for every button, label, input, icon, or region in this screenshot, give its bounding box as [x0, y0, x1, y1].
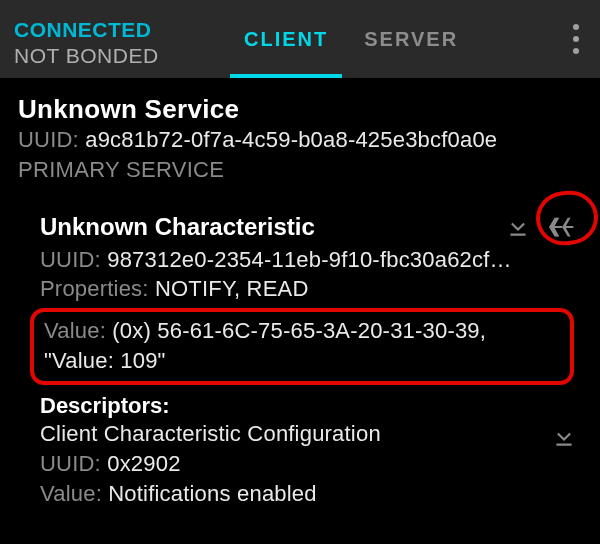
overflow-menu-button[interactable] — [552, 0, 600, 78]
tab-bar: CLIENT SERVER — [226, 0, 476, 78]
characteristic-props-value: NOTIFY, READ — [155, 276, 309, 301]
tab-client[interactable]: CLIENT — [226, 0, 346, 78]
app-bar: CONNECTED NOT BONDED CLIENT SERVER — [0, 0, 600, 78]
descriptor-row: Client Characteristic Configuration UUID… — [40, 419, 582, 508]
descriptor-value-line: Value: Notifications enabled — [40, 479, 540, 509]
characteristic-uuid-label: UUID: — [40, 247, 107, 272]
subscribe-notify-button[interactable] — [546, 209, 582, 245]
download-icon — [505, 214, 531, 240]
characteristic-uuid-value: 987312e0-2354-11eb-9f10-fbc30a62cf… — [107, 245, 512, 275]
characteristic-value-line1: Value: (0x) 56-61-6C-75-65-3A-20-31-30-3… — [44, 316, 560, 346]
service-type-label: PRIMARY SERVICE — [18, 157, 582, 183]
status-bond-label: NOT BONDED — [14, 44, 186, 68]
notify-multi-arrow-icon — [549, 213, 579, 241]
service-heading: Unknown Service — [18, 94, 582, 125]
descriptor-name: Client Characteristic Configuration — [40, 419, 540, 449]
descriptor-value-label: Value: — [40, 481, 108, 506]
characteristic-props-label: Properties: — [40, 276, 155, 301]
descriptor-uuid-line: UUID: 0x2902 — [40, 449, 540, 479]
content-area: Unknown Service UUID: a9c81b72-0f7a-4c59… — [0, 78, 600, 519]
status-connected-label: CONNECTED — [14, 18, 186, 42]
tab-server[interactable]: SERVER — [346, 0, 476, 78]
descriptors-heading: Descriptors: — [40, 393, 582, 419]
characteristic-value-label: Value: — [44, 318, 112, 343]
service-uuid-line: UUID: a9c81b72-0f7a-4c59-b0a8-425e3bcf0a… — [18, 125, 582, 155]
connection-status: CONNECTED NOT BONDED — [0, 0, 200, 78]
annotation-value-highlight: Value: (0x) 56-61-6C-75-65-3A-20-31-30-3… — [30, 308, 574, 385]
read-characteristic-button[interactable] — [500, 209, 536, 245]
characteristic-value-hex: (0x) 56-61-6C-75-65-3A-20-31-30-39, — [112, 318, 486, 343]
characteristic-title-row: Unknown Characteristic — [40, 209, 582, 245]
characteristic-properties-line: Properties: NOTIFY, READ — [40, 274, 582, 304]
descriptor-uuid-label: UUID: — [40, 451, 107, 476]
overflow-menu-icon — [573, 21, 579, 57]
characteristic-heading: Unknown Characteristic — [40, 213, 500, 241]
descriptor-text-block: Client Characteristic Configuration UUID… — [40, 419, 540, 508]
characteristic-value-string: "Value: 109" — [44, 346, 560, 376]
read-descriptor-button[interactable] — [546, 419, 582, 455]
characteristic-actions — [500, 209, 582, 245]
characteristic-block: Unknown Characteristic UUID: 987312e0-23… — [18, 209, 582, 509]
descriptor-value-value: Notifications enabled — [108, 481, 316, 506]
characteristic-uuid-line: UUID: 987312e0-2354-11eb-9f10-fbc30a62cf… — [40, 245, 582, 275]
descriptor-uuid-value: 0x2902 — [107, 451, 180, 476]
download-icon — [551, 424, 577, 450]
service-uuid-value: a9c81b72-0f7a-4c59-b0a8-425e3bcf0a0e — [85, 127, 497, 152]
service-uuid-label: UUID: — [18, 127, 85, 152]
